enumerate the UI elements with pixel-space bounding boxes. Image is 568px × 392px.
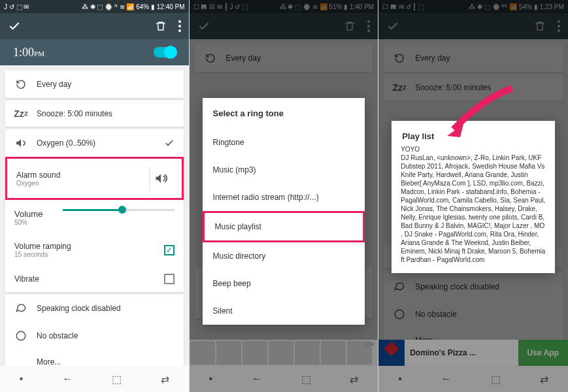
- dialog-item-beep[interactable]: Beep beep: [203, 270, 365, 297]
- svg-point-2: [178, 29, 181, 32]
- playlist-content: YOYO DJ RusLan, <unknown>, Z-Ro, Linkin …: [392, 145, 555, 273]
- vibrate-checkbox[interactable]: [164, 274, 175, 284]
- more-icon[interactable]: [178, 20, 181, 32]
- screen-2: ☐ 🖪 ☒ ✉ ┃ J ↺ ⬚ ⁂ ✱ ⬚ ⌚ ≋ 📶 51% ▮ 1:40 P…: [190, 0, 379, 392]
- row-oxygen[interactable]: Oxygen (0..50%): [5, 129, 184, 157]
- dialog-item-ringtone[interactable]: Ringtone: [203, 129, 365, 156]
- nav-menu-icon[interactable]: •: [20, 373, 24, 385]
- row-vibrate[interactable]: Vibrate: [5, 266, 184, 292]
- row-obstacle[interactable]: No obstacle: [5, 322, 184, 350]
- volume-slider[interactable]: [63, 209, 175, 211]
- playlist-dialog[interactable]: Play list YOYO DJ RusLan, <unknown>, Z-R…: [392, 121, 555, 273]
- alarm-time[interactable]: 1:00PM: [13, 46, 44, 59]
- status-bar: J ↺ ⬚ ✉ ⁂ ✱ ⬚ ⌚ ᴺ ≋ 📶 64% ▮ 12:40 PM: [0, 0, 189, 13]
- speaker-icon[interactable]: [149, 167, 173, 190]
- circle-icon: [14, 330, 27, 342]
- app-bar: [0, 13, 189, 39]
- row-everyday[interactable]: Every day: [5, 71, 184, 98]
- nav-home-icon[interactable]: ⬚: [112, 373, 122, 385]
- row-snooze[interactable]: Zzz Snooze: 5:00 minutes: [5, 101, 184, 127]
- trash-icon[interactable]: [155, 20, 167, 32]
- dialog-item-silent[interactable]: Silent: [203, 297, 365, 325]
- status-left: J ↺ ⬚ ✉: [4, 3, 29, 10]
- time-bar: 1:00PM: [0, 39, 189, 65]
- nav-recent-icon[interactable]: ⇄: [161, 373, 169, 385]
- playlist-title: Play list: [392, 121, 555, 145]
- svg-point-1: [178, 25, 181, 27]
- dialog-item-mp3[interactable]: Music (mp3): [203, 156, 365, 184]
- speech-icon: [14, 302, 27, 314]
- ramping-checkbox[interactable]: ✓: [164, 245, 175, 255]
- dialog-item-radio[interactable]: Internet radio stream (http://...): [203, 184, 365, 211]
- alarm-toggle[interactable]: [154, 47, 176, 57]
- row-ramping[interactable]: Volume ramping15 seconds ✓: [5, 234, 184, 266]
- row-volume[interactable]: Volume50%: [5, 200, 184, 234]
- repeat-icon: [14, 78, 27, 90]
- dialog-item-playlist[interactable]: Music playlist: [203, 211, 365, 242]
- dialog-title: Select a ring tone: [203, 98, 365, 129]
- screen-3: ☐ 🖪 ✉ ↺ ┇ ⬚ ⁂ ✱ ⬚ ⌚ ᴺᴱ 📶 54% ▮ 1:23 PM E…: [378, 0, 568, 392]
- snooze-icon: Zzz: [14, 108, 27, 119]
- check-icon: [164, 138, 175, 148]
- nav-bar: • ← ⬚ ⇄: [0, 366, 189, 392]
- row-more[interactable]: More...: [5, 350, 184, 366]
- svg-point-3: [16, 331, 25, 340]
- content: Every day Zzz Snooze: 5:00 minutes Oxyge…: [0, 65, 189, 366]
- row-speaking[interactable]: Speaking clock disabled: [5, 295, 184, 322]
- svg-point-0: [178, 20, 181, 23]
- dialog-item-directory[interactable]: Music directory: [203, 242, 365, 270]
- speaker-icon: [14, 137, 27, 149]
- confirm-icon[interactable]: [8, 20, 21, 33]
- ringtone-dialog: Select a ring tone Ringtone Music (mp3) …: [203, 98, 365, 325]
- row-alarm-sound[interactable]: Alarm soundOxygen: [5, 157, 184, 200]
- screen-1: J ↺ ⬚ ✉ ⁂ ✱ ⬚ ⌚ ᴺ ≋ 📶 64% ▮ 12:40 PM 1:0…: [0, 0, 190, 392]
- nav-back-icon[interactable]: ←: [62, 373, 73, 385]
- status-right: ⁂ ✱ ⬚ ⌚ ᴺ ≋ 📶 64% ▮ 12:40 PM: [82, 3, 185, 10]
